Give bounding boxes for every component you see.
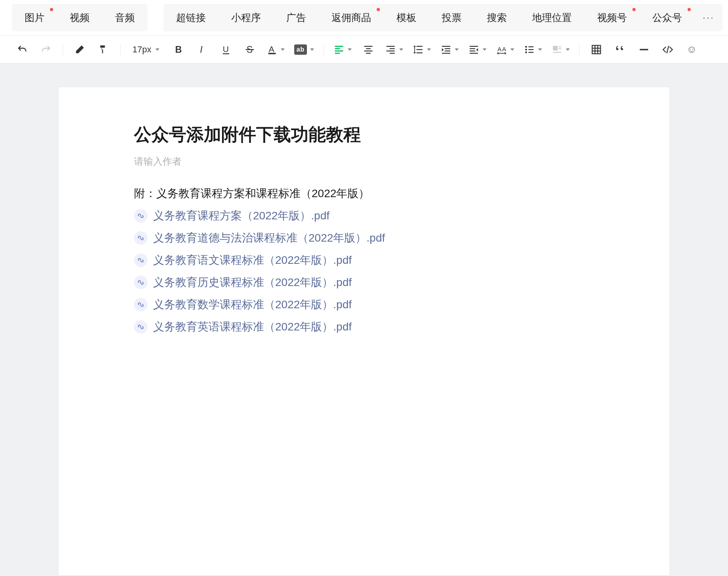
tab-video[interactable]: 视频 (57, 4, 102, 31)
tab-ad[interactable]: 广告 (274, 4, 319, 31)
tab-miniprogram[interactable]: 小程序 (218, 4, 274, 31)
attachment-name: 义务教育道德与法治课程标准（2022年版）.pdf (153, 230, 385, 246)
svg-point-36 (525, 51, 527, 53)
svg-point-35 (525, 48, 527, 50)
undo-button[interactable] (15, 42, 29, 57)
indent-left-button[interactable] (441, 44, 459, 55)
tab-label: 图片 (25, 12, 44, 23)
tab-label: 模板 (397, 12, 416, 23)
list-button[interactable] (524, 44, 542, 55)
more-button[interactable]: ··· (695, 5, 722, 31)
redo-button[interactable] (39, 42, 53, 57)
tab-template[interactable]: 模板 (384, 4, 429, 31)
svg-point-34 (525, 46, 527, 48)
attachment-name: 义务教育数学课程标准（2022年版）.pdf (153, 297, 352, 312)
attachment-item[interactable]: 义务教育课程方案（2022年版）.pdf (134, 208, 594, 223)
tab-image[interactable]: 图片 (12, 4, 57, 31)
line-height-button[interactable] (413, 44, 431, 55)
svg-rect-40 (553, 46, 558, 50)
attachment-heading[interactable]: 附：义务教育课程方案和课程标准（2022年版） (134, 186, 594, 201)
align-right-button[interactable] (385, 44, 403, 55)
underline-button[interactable]: U (219, 42, 233, 57)
tab-location[interactable]: 地理位置 (519, 4, 584, 31)
document-title[interactable]: 公众号添加附件下载功能教程 (134, 123, 594, 146)
tab-label: 地理位置 (532, 12, 572, 23)
strikethrough-button[interactable]: S (243, 42, 257, 57)
quote-icon (615, 44, 626, 55)
toolbar-separator (120, 44, 121, 55)
divider-button[interactable] (637, 42, 651, 57)
text-color-button[interactable]: A (266, 44, 285, 55)
divider-icon (638, 44, 649, 55)
line-height-icon (413, 44, 424, 55)
table-icon (591, 44, 602, 55)
chevron-down-icon (566, 48, 570, 51)
svg-text:I: I (200, 44, 203, 55)
float-icon (552, 44, 563, 55)
new-dot-icon (50, 8, 53, 11)
tab-group-media: 图片 视频 音频 (12, 4, 148, 31)
attachment-name: 义务教育英语课程标准（2022年版）.pdf (153, 319, 352, 334)
chevron-down-icon (427, 48, 431, 51)
font-size-value: 17px (132, 44, 151, 55)
attachment-item[interactable]: 义务教育语文课程标准（2022年版）.pdf (134, 253, 594, 268)
code-button[interactable] (661, 42, 675, 57)
tab-label: 视频号 (597, 12, 627, 23)
editor-canvas: 公众号添加附件下载功能教程 附：义务教育课程方案和课程标准（2022年版） 义务… (0, 63, 728, 575)
miniprogram-link-icon (134, 209, 148, 223)
miniprogram-link-icon (134, 276, 148, 289)
tab-label: 返佣商品 (331, 12, 371, 23)
letter-spacing-button[interactable]: A A (496, 44, 514, 55)
paint-icon (98, 44, 109, 55)
tab-official-account[interactable]: 公众号 (640, 4, 695, 31)
svg-rect-44 (592, 45, 601, 54)
list-icon (524, 44, 535, 55)
new-dot-icon (688, 8, 691, 11)
eraser-icon (74, 44, 85, 55)
attachment-name: 义务教育历史课程标准（2022年版）.pdf (153, 275, 352, 290)
float-button[interactable] (552, 44, 570, 55)
tab-label: 视频 (70, 12, 90, 23)
chevron-down-icon (281, 48, 285, 51)
table-button[interactable] (589, 42, 603, 57)
tab-group-insert: 超链接 小程序 广告 返佣商品 模板 投票 搜索 地理位置 视频号 公众号 (163, 4, 722, 31)
attachment-list: 义务教育课程方案（2022年版）.pdf 义务教育道德与法治课程标准（2022年… (134, 208, 594, 334)
miniprogram-link-icon (134, 320, 148, 334)
emoji-button[interactable]: ☺ (684, 42, 699, 57)
miniprogram-link-icon (134, 231, 148, 245)
attachment-item[interactable]: 义务教育数学课程标准（2022年版）.pdf (134, 297, 594, 312)
svg-text:A: A (498, 45, 502, 52)
tab-label: 小程序 (231, 12, 261, 23)
tab-label: 搜索 (487, 12, 507, 23)
tab-audio[interactable]: 音频 (102, 4, 148, 31)
attachment-name: 义务教育语文课程标准（2022年版）.pdf (153, 253, 352, 268)
miniprogram-link-icon (134, 298, 148, 311)
format-painter-button[interactable] (96, 42, 111, 57)
bold-button[interactable]: B (171, 42, 186, 57)
document-page[interactable]: 公众号添加附件下载功能教程 附：义务教育课程方案和课程标准（2022年版） 义务… (59, 87, 669, 575)
italic-button[interactable]: I (195, 42, 209, 57)
chevron-down-icon (155, 48, 159, 51)
tab-label: 广告 (286, 12, 306, 23)
attachment-item[interactable]: 义务教育历史课程标准（2022年版）.pdf (134, 275, 594, 290)
tab-search[interactable]: 搜索 (474, 4, 519, 31)
toolbar-separator (63, 44, 63, 55)
tab-channels[interactable]: 视频号 (584, 4, 640, 31)
align-left-button[interactable] (333, 44, 352, 55)
font-size-selector[interactable]: 17px (130, 44, 162, 55)
author-input[interactable] (134, 156, 594, 167)
highlight-button[interactable]: ab (294, 44, 314, 55)
quote-button[interactable] (613, 42, 627, 57)
tab-vote[interactable]: 投票 (429, 4, 474, 31)
tab-commission-product[interactable]: 返佣商品 (319, 4, 384, 31)
align-center-button[interactable] (361, 42, 375, 57)
format-toolbar: 17px B I U S A ab (0, 36, 728, 63)
indent-right-button[interactable] (468, 44, 487, 55)
attachment-name: 义务教育课程方案（2022年版）.pdf (153, 208, 330, 223)
tab-hyperlink[interactable]: 超链接 (163, 4, 218, 31)
align-center-icon (363, 44, 374, 55)
chevron-down-icon (538, 48, 542, 51)
attachment-item[interactable]: 义务教育英语课程标准（2022年版）.pdf (134, 319, 594, 334)
attachment-item[interactable]: 义务教育道德与法治课程标准（2022年版）.pdf (134, 230, 594, 246)
clear-format-button[interactable] (73, 42, 87, 57)
